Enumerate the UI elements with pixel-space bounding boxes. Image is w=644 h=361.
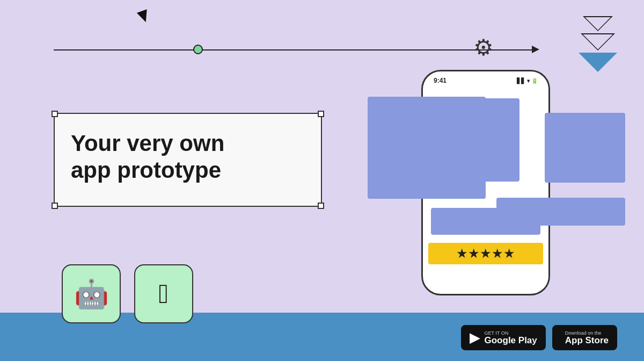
phone-status-bar: 9:41 ▋▋ ▾ 🔋	[434, 77, 538, 84]
float-block-right	[545, 113, 625, 183]
text-line2: app prototype	[71, 157, 221, 183]
apple-icon: 	[159, 278, 169, 309]
app-store-text: Download on the App Store	[565, 331, 609, 345]
android-icon-box[interactable]: 🤖	[62, 264, 121, 323]
phone-mockup: 9:41 ▋▋ ▾ 🔋 ★★★★★	[411, 70, 561, 295]
float-block-large	[368, 97, 486, 199]
apple-icon-box[interactable]: 	[134, 264, 193, 323]
gear-icon: ⚙	[473, 37, 494, 59]
google-play-badge[interactable]: ▶ GET IT ON Google Play	[461, 325, 546, 350]
handle-bottom-right[interactable]	[318, 203, 324, 209]
google-play-main-text: Google Play	[485, 336, 537, 345]
handle-top-left[interactable]	[52, 111, 58, 117]
text-line1: Your very own	[71, 131, 224, 156]
timeline-dot	[193, 45, 203, 54]
app-store-main-text: App Store	[565, 336, 609, 345]
triangle-outline-small-icon	[583, 16, 613, 31]
store-badges: ▶ GET IT ON Google Play Download on the …	[461, 325, 617, 350]
app-store-badge[interactable]: Download on the App Store	[552, 325, 617, 350]
platform-icon-group: 🤖 	[62, 264, 193, 323]
phone-stars-widget: ★★★★★	[428, 243, 543, 264]
triangle-decorations	[579, 16, 617, 72]
phone-time: 9:41	[434, 77, 447, 84]
triangle-filled-icon	[579, 53, 617, 72]
float-block-bottom-right	[496, 198, 625, 226]
handle-bottom-left[interactable]	[52, 203, 58, 209]
timeline-line	[54, 49, 537, 50]
timeline-arrow-icon	[532, 46, 539, 53]
stars-text: ★★★★★	[456, 246, 515, 261]
google-play-text: GET IT ON Google Play	[485, 331, 537, 345]
android-icon: 🤖	[74, 278, 109, 311]
handle-top-right[interactable]	[318, 111, 324, 117]
phone-status-icons: ▋▋ ▾ 🔋	[517, 78, 538, 84]
triangle-outline-medium-icon	[581, 33, 615, 50]
prototype-text-box: Your very own app prototype	[54, 113, 322, 207]
prototype-text: Your very own app prototype	[55, 114, 321, 200]
google-play-icon: ▶	[470, 329, 480, 346]
